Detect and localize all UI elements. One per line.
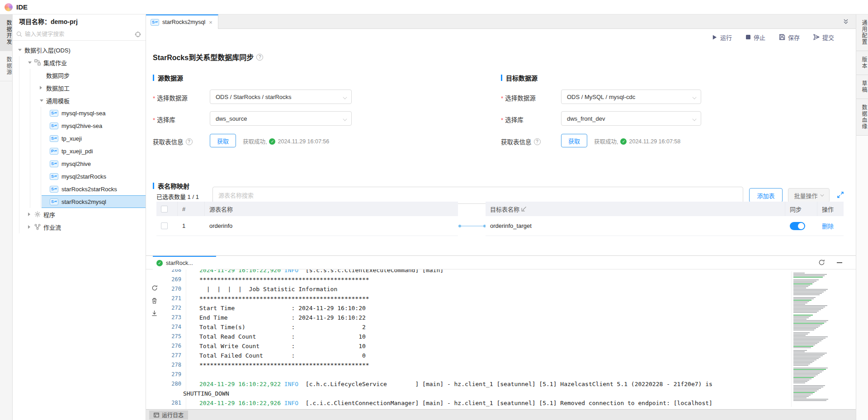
rail-tab-data-lineage[interactable]: 数据血缘	[856, 99, 868, 136]
edit-icon[interactable]	[521, 206, 527, 212]
log-body[interactable]: 2682024-11-29 16:10:22,920 INFO [s.c.s.s…	[146, 269, 856, 409]
log-line: 272Start Time : 2024-11-29 16:10:20	[146, 303, 856, 313]
sync-toggle[interactable]	[790, 222, 805, 230]
integration-icon	[34, 59, 41, 66]
tree-item[interactable]: Smysql2starRocks	[13, 170, 146, 183]
add-table-button[interactable]: 添加表	[749, 188, 783, 203]
tree-item[interactable]: SstarRocks2mysql	[13, 195, 146, 208]
log-line: 273End Time : 2024-11-29 16:10:22	[146, 313, 856, 322]
seatunnel-job-icon: S	[50, 186, 58, 193]
col-sync: 同步	[785, 202, 817, 216]
tree-item[interactable]: Smysql-mysql-sea	[13, 107, 146, 119]
tree-item[interactable]: Ptp_xueji_pdi	[13, 145, 146, 157]
target-fetch-button[interactable]: 获取	[561, 134, 587, 147]
run-button[interactable]: 运行	[712, 33, 732, 42]
caret-down-icon[interactable]	[40, 99, 46, 102]
run-log-tab[interactable]: 运行日志	[149, 411, 188, 420]
log-tab[interactable]: ✓ starRock...	[153, 256, 216, 269]
tree-item[interactable]: 数据引入层(ODS)	[13, 43, 146, 56]
target-database-select[interactable]: dws_front_dev	[561, 111, 701, 126]
chevron-down-icon	[692, 117, 696, 121]
source-datasource-select[interactable]: ODS / StarRocks / starRocks	[210, 90, 352, 104]
tree-item-label: starRocks2mysql	[61, 198, 106, 205]
tree-item[interactable]: 集成作业	[13, 56, 146, 69]
batch-ops-button[interactable]: 批量操作	[788, 188, 830, 203]
run-icon	[712, 34, 717, 40]
rail-tab-data-dev[interactable]: 数据开发	[0, 14, 13, 51]
rail-tab-version[interactable]: 版本	[856, 51, 868, 75]
bottom-status-bar: 运行日志	[146, 409, 856, 420]
save-button[interactable]: 保存	[779, 33, 800, 42]
tree-item[interactable]: 数据同步	[13, 69, 146, 81]
log-line: 2812024-11-29 16:10:22,926 INFO [.c.i.c.…	[146, 398, 856, 408]
tree-item[interactable]: Smysql2hive-sea	[13, 119, 146, 132]
tree-item[interactable]: Smysql2hive	[13, 157, 146, 170]
chevron-down-icon	[343, 95, 347, 99]
log-minimap[interactable]	[791, 271, 833, 407]
source-datasource-label: 选择数据源	[153, 93, 188, 102]
collapse-panel-icon[interactable]	[842, 18, 849, 25]
rail-tab-data-source[interactable]: 数据源	[0, 51, 13, 81]
right-rail: 通用配置 版本 草稿 数据血缘	[856, 14, 868, 420]
log-line: 279	[146, 370, 856, 379]
tree-item[interactable]: 通用模板	[13, 94, 146, 107]
submit-button[interactable]: 提交	[813, 33, 834, 42]
stop-icon	[745, 34, 751, 40]
caret-right-icon[interactable]	[28, 225, 34, 229]
fullscreen-icon[interactable]	[836, 191, 844, 201]
source-table-name: orderinfo	[205, 216, 458, 236]
clear-log-icon[interactable]	[151, 297, 158, 304]
reload-log-icon[interactable]	[151, 285, 158, 291]
close-tab-icon[interactable]: ×	[209, 19, 212, 26]
log-line: 275Total Read Count : 10	[146, 332, 856, 341]
help-icon[interactable]: ?	[256, 54, 263, 61]
caret-down-icon[interactable]	[28, 61, 34, 64]
target-table-name: orderinfo_target	[486, 216, 785, 236]
log-line: 2802024-11-29 16:10:22,922 INFO [c.h.c.L…	[146, 379, 856, 389]
download-log-icon[interactable]	[151, 310, 158, 316]
seatunnel-job-icon: S	[50, 135, 58, 142]
caret-down-icon[interactable]	[18, 49, 24, 51]
editor-tab-label: starRocks2mysql	[162, 19, 205, 25]
explorer-panel: 项目名称：demo-prj 数据引入层(ODS)集成作业数据同步数据加工通用模板…	[13, 14, 146, 420]
select-all-checkbox[interactable]	[161, 206, 168, 212]
tree-item-label: tp_xueji	[61, 135, 82, 142]
selected-table-count: 已选表数量 1 / 1	[156, 192, 199, 201]
tree-item[interactable]: Stp_xueji	[13, 132, 146, 145]
locate-file-icon[interactable]	[135, 31, 141, 38]
minimize-icon[interactable]	[837, 262, 842, 263]
tree-item[interactable]: SstarRocks2starRocks	[13, 183, 146, 195]
tree-item[interactable]: 作业流	[13, 221, 146, 233]
editor-toolbar: 运行 停止 保存 提交	[146, 29, 856, 45]
row-index: 1	[178, 216, 205, 236]
app-logo-icon	[5, 3, 13, 11]
caret-right-icon[interactable]	[40, 86, 46, 90]
tree-item-label: starRocks2starRocks	[61, 186, 117, 193]
target-fetch-label: 获取表信息?	[501, 137, 541, 146]
help-icon[interactable]: ?	[534, 138, 541, 145]
chevron-down-icon	[692, 95, 696, 99]
search-icon	[16, 31, 22, 37]
caret-right-icon[interactable]	[28, 212, 34, 216]
success-check-icon: ✓	[156, 260, 163, 266]
source-fetch-button[interactable]: 获取	[210, 134, 236, 147]
help-icon[interactable]: ?	[186, 138, 193, 145]
stop-button[interactable]: 停止	[745, 33, 765, 42]
col-target-name: 目标表名称	[486, 202, 785, 216]
tree-item-label: mysql2starRocks	[61, 173, 106, 180]
rail-tab-draft[interactable]: 草稿	[856, 75, 868, 99]
refresh-icon[interactable]	[818, 259, 825, 266]
target-datasource-select[interactable]: ODS / MySQL / mysql-cdc	[561, 90, 701, 104]
row-checkbox[interactable]	[161, 222, 168, 229]
editor-tab-starrocks2mysql[interactable]: S starRocks2mysql ×	[146, 14, 218, 29]
target-database-label: 选择库	[501, 115, 524, 124]
source-database-select[interactable]: dws_source	[210, 111, 352, 126]
console-icon	[154, 412, 159, 418]
rail-tab-general-config[interactable]: 通用配置	[856, 14, 868, 51]
tree-item-label: 作业流	[43, 223, 61, 231]
tree-item[interactable]: 程序	[13, 208, 146, 221]
delete-link[interactable]: 删除	[822, 222, 834, 230]
search-input[interactable]	[25, 31, 135, 38]
tree-item[interactable]: 数据加工	[13, 81, 146, 94]
source-table-header: # 源表名称	[156, 202, 458, 216]
